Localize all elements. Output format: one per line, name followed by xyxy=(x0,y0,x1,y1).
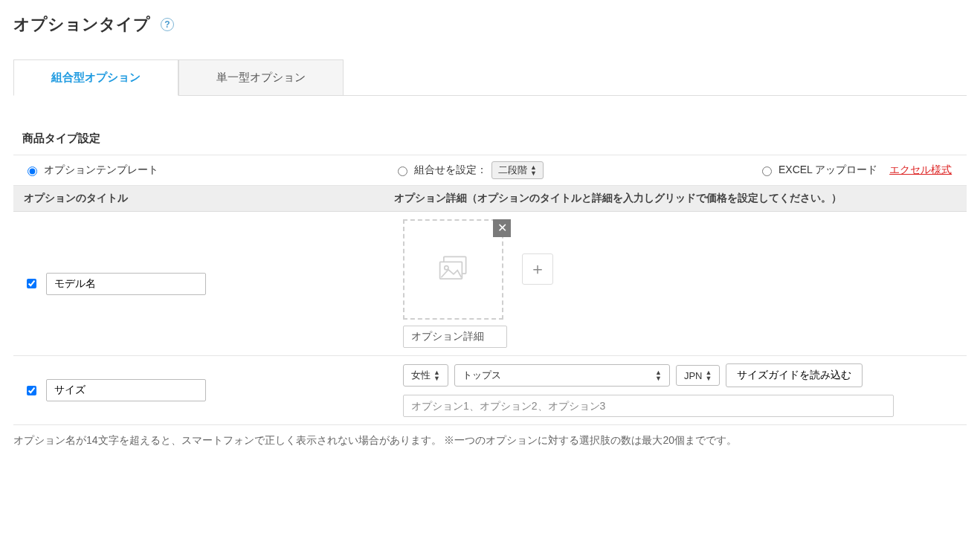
tab-single[interactable]: 単一型オプション xyxy=(178,59,344,96)
region-select[interactable]: JPN ▲▼ xyxy=(676,365,720,386)
section-title: 商品タイプ設定 xyxy=(22,132,967,146)
combine-label: 組合せを設定： xyxy=(414,164,487,177)
tab-bar: 組合型オプション 単一型オプション xyxy=(13,59,967,96)
chevron-updown-icon: ▲▼ xyxy=(655,369,662,381)
row-size-checkbox[interactable] xyxy=(27,386,36,395)
add-image-button[interactable]: ＋ xyxy=(522,253,553,285)
image-dropzone[interactable]: ✕ xyxy=(403,219,503,320)
combine-select-value: 二段階 xyxy=(498,164,527,177)
combine-select[interactable]: 二段階 ▲▼ xyxy=(491,161,544,179)
radio-excel[interactable] xyxy=(762,167,772,176)
chevron-updown-icon: ▲▼ xyxy=(530,164,537,176)
row-size-title-input[interactable] xyxy=(46,379,206,401)
excel-link[interactable]: エクセル様式 xyxy=(889,164,952,177)
row-size: 女性 ▲▼ トップス ▲▼ JPN ▲▼ サイズガイドを読み込む xyxy=(13,356,967,425)
chevron-updown-icon: ▲▼ xyxy=(433,369,440,381)
chevron-updown-icon: ▲▼ xyxy=(705,369,712,381)
svg-rect-1 xyxy=(439,262,462,279)
radio-combine[interactable] xyxy=(398,167,407,176)
tab-combo[interactable]: 組合型オプション xyxy=(13,59,178,96)
column-headers: オプションのタイトル オプション詳細（オプションのタイトルと詳細を入力しグリッド… xyxy=(13,186,967,212)
gender-select-value: 女性 xyxy=(411,369,431,382)
row-model-detail-input[interactable] xyxy=(403,326,507,348)
page-title: オプションタイプ xyxy=(13,13,150,36)
row-model: ✕ ＋ xyxy=(13,212,967,356)
category-select-value: トップス xyxy=(462,369,501,382)
image-slot: ✕ xyxy=(403,219,507,348)
header-detail: オプション詳細（オプションのタイトルと詳細を入力しグリッドで価格を設定してくださ… xyxy=(394,192,956,205)
excel-label: EXCEL アップロード xyxy=(778,164,877,177)
help-icon[interactable]: ? xyxy=(161,18,174,31)
region-select-value: JPN xyxy=(684,370,703,381)
category-select[interactable]: トップス ▲▼ xyxy=(454,364,670,387)
template-label: オプションテンプレート xyxy=(44,164,158,177)
image-placeholder-icon xyxy=(438,255,469,284)
gender-select[interactable]: 女性 ▲▼ xyxy=(403,364,448,387)
row-model-checkbox[interactable] xyxy=(27,279,36,288)
footnote: オプション名が14文字を超えると、スマートフォンで正しく表示されない場合がありま… xyxy=(13,434,967,447)
close-icon[interactable]: ✕ xyxy=(493,219,511,237)
row-size-options-input[interactable] xyxy=(403,395,894,417)
header-title: オプションのタイトル xyxy=(24,192,394,205)
radio-template[interactable] xyxy=(28,167,37,176)
row-model-title-input[interactable] xyxy=(46,273,206,295)
load-size-guide-button[interactable]: サイズガイドを読み込む xyxy=(726,363,863,387)
config-row: オプションテンプレート 組合せを設定： 二段階 ▲▼ EXCEL アップロード … xyxy=(13,155,967,186)
